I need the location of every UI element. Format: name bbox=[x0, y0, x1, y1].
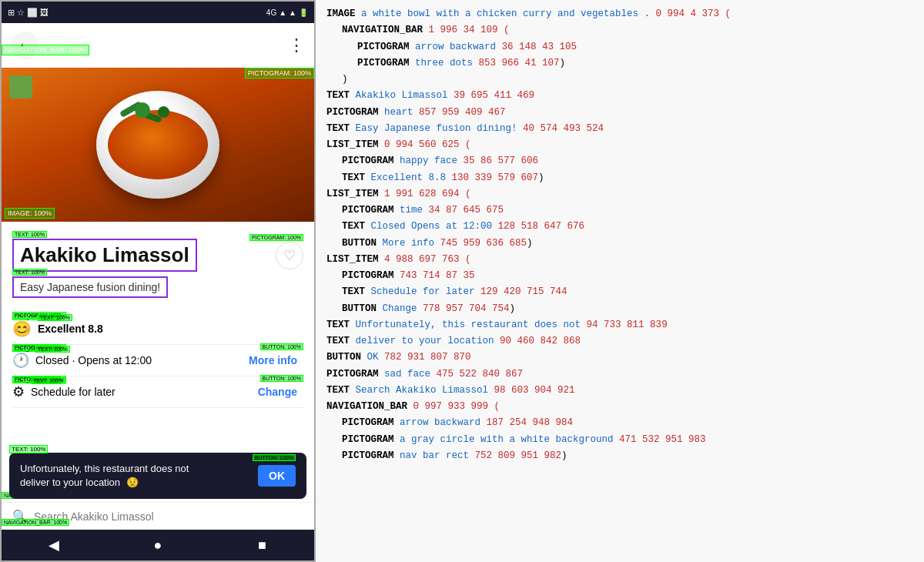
nav-home-icon: ● bbox=[154, 537, 162, 554]
nav-back-button[interactable]: ◀ bbox=[2, 530, 105, 560]
ann-text-unfortunately: TEXT Unfortunately, this restaurant does… bbox=[326, 317, 913, 333]
list-item-hours: LIST_ITEM: 100% PICTOGRAM: 100% 🕐 TEXT: … bbox=[12, 345, 303, 376]
ann-pictogram-sched: PICTOGRAM 743 714 87 35 bbox=[342, 268, 913, 284]
change-btn-label: BUTTON: 100% bbox=[260, 375, 303, 382]
toast-line1: Unfortunately, this restaurant does not bbox=[20, 463, 189, 474]
signal-icon: ▲ bbox=[279, 8, 286, 17]
icon-wrap-happy: PICTOGRAM: 100% 😊 bbox=[12, 319, 32, 338]
status-bar: ⊞ ☆ ⬜ 🖼 4G ▲ ▲ 🔋 bbox=[2, 2, 314, 23]
ann-text-tagline: TEXT Easy Japanese fusion dining! 40 574… bbox=[326, 121, 913, 137]
ann-list3: LIST_ITEM 4 988 697 763 ( bbox=[326, 252, 913, 268]
change-btn-wrap: BUTTON: 100% Change bbox=[252, 383, 303, 401]
restaurant-name: Akakiko Limassol bbox=[12, 239, 197, 272]
toast-line2: deliver to your location bbox=[20, 477, 120, 488]
annotation-panel: IMAGE a white bowl with a chicken curry … bbox=[316, 0, 924, 562]
more-info-btn-label: BUTTON: 100% bbox=[260, 343, 303, 350]
toast-notification: TEXT: 100% Unfortunately, this restauran… bbox=[9, 453, 306, 499]
list-item-schedule: LIST_ITEM: 100% PICTOGRAM: 100% ⚙ TEXT: … bbox=[12, 376, 303, 408]
ok-btn-wrapper: BUTTON: 100% OK bbox=[250, 465, 296, 487]
ann-pictogram-dots: PICTOGRAM three dots 853 966 41 107) bbox=[357, 55, 913, 72]
toast-label: TEXT: 100% bbox=[9, 445, 48, 453]
network-label: 4G bbox=[266, 8, 276, 17]
time-icon: 🕐 bbox=[12, 353, 29, 368]
nav-home-button[interactable]: ● bbox=[105, 530, 209, 560]
schedule-text: Schedule for later bbox=[31, 386, 116, 398]
ann-pictogram-circle: PICTOGRAM a gray circle with a white bac… bbox=[342, 432, 913, 448]
ann-pictogram-heart: PICTOGRAM heart 857 959 409 467 bbox=[326, 105, 913, 121]
ann-list2: LIST_ITEM 1 991 628 694 ( bbox=[326, 186, 913, 202]
name-section: TEXT: 100% Akakiko Limassol PICTOGRAM: 1… bbox=[12, 239, 303, 272]
ann-list1: LIST_ITEM 0 994 560 625 ( bbox=[326, 137, 913, 153]
nav-bar-label: NAVIGATION_BAR: 100% bbox=[2, 45, 89, 55]
more-info-btn-wrap: BUTTON: 100% More info bbox=[243, 351, 303, 370]
heart-button[interactable]: ♡ bbox=[276, 242, 303, 269]
ann-text-excellent: TEXT Excellent 8.8 130 339 579 607) bbox=[342, 170, 913, 186]
ann-pictogram-rect: PICTOGRAM nav bar rect 752 809 951 982) bbox=[342, 448, 913, 464]
ann-button-more: BUTTON More info 745 959 636 685) bbox=[342, 236, 913, 252]
nav-square-button[interactable]: ■ bbox=[210, 530, 314, 560]
text-wrap-rating: TEXT: 100% Excellent 8.8 bbox=[38, 322, 303, 336]
ann-text-name: TEXT Akakiko Limassol 39 695 411 469 bbox=[326, 88, 913, 104]
food-image: IMAGE: 100% PICTOGRAM: 100% bbox=[2, 68, 314, 222]
food-bowl bbox=[96, 91, 219, 199]
nav-square-icon: ■ bbox=[258, 537, 266, 554]
text-excellent-label: TEXT: 100% bbox=[38, 314, 72, 321]
text-schedule-label: TEXT: 100% bbox=[31, 377, 65, 384]
pictogram-detection-label: PICTOGRAM: 100% bbox=[245, 68, 314, 79]
ann-pictogram-sad: PICTOGRAM sad face 475 522 840 867 bbox=[326, 366, 913, 383]
three-dots-icon: ⋮ bbox=[288, 35, 305, 55]
ann-close1: ) bbox=[342, 72, 913, 88]
status-left: ⊞ ☆ ⬜ 🖼 bbox=[8, 8, 49, 18]
icon-wrap-time: PICTOGRAM: 100% 🕐 bbox=[12, 352, 29, 369]
ann-pictogram-happy: PICTOGRAM happy face 35 86 577 606 bbox=[342, 153, 913, 169]
rating-text: Excellent 8.8 bbox=[38, 323, 103, 335]
mobile-app: ⊞ ☆ ⬜ 🖼 4G ▲ ▲ 🔋 NAVIGATION_BAR: 100% ← … bbox=[0, 0, 316, 562]
list-item-rating: LIST_ITEM: 100% PICTOGRAM: 100% 😊 TEXT: … bbox=[12, 313, 303, 345]
schedule-icon: ⚙ bbox=[12, 384, 25, 400]
search-input[interactable] bbox=[34, 510, 303, 523]
ann-pictogram-back2: PICTOGRAM arrow backward 187 254 948 984 bbox=[342, 415, 913, 431]
ann-button-change: BUTTON Change 778 957 704 754) bbox=[342, 301, 913, 317]
toast-text: Unfortunately, this restaurant does not … bbox=[20, 462, 250, 490]
bottom-nav-label: NAVIGATION_BAR: 100% bbox=[2, 519, 69, 526]
restaurant-tagline: Easy Japanese fusion dining! bbox=[12, 276, 168, 298]
happy-face-icon: 😊 bbox=[12, 320, 32, 337]
ok-btn-label: BUTTON: 100% bbox=[253, 454, 296, 461]
text-wrap-hours: TEXT: 100% Closed · Opens at 12:00 bbox=[35, 353, 243, 367]
more-options-button[interactable]: ⋮ bbox=[288, 35, 305, 55]
text-name-label: TEXT: 100% bbox=[12, 231, 47, 238]
nav-back-icon: ◀ bbox=[49, 537, 59, 554]
pictogram-heart-label: PICTOGRAM: 100% bbox=[249, 234, 303, 241]
bottom-nav: NAVIGATION_BAR: 100% ◀ ● ■ bbox=[2, 530, 314, 560]
image-detection-label: IMAGE: 100% bbox=[5, 208, 55, 219]
change-button[interactable]: Change bbox=[252, 383, 303, 401]
text-tagline-label: TEXT: 100% bbox=[12, 269, 47, 276]
text-closed-label: TEXT: 100% bbox=[35, 346, 70, 353]
content-area: TEXT: 100% Akakiko Limassol PICTOGRAM: 1… bbox=[2, 222, 314, 408]
ann-text-closed: TEXT Closed Opens at 12:00 128 518 647 6… bbox=[342, 219, 913, 235]
heart-icon: ♡ bbox=[283, 247, 296, 264]
ann-text-search: TEXT Search Akakiko Limassol 98 603 904 … bbox=[326, 383, 913, 399]
status-icons: ⊞ ☆ ⬜ 🖼 bbox=[8, 8, 49, 18]
battery-icon: 🔋 bbox=[299, 8, 308, 17]
ann-image-line: IMAGE a white bowl with a chicken curry … bbox=[326, 6, 913, 22]
ann-pictogram-time: PICTOGRAM time 34 87 645 675 bbox=[342, 202, 913, 219]
text-wrap-schedule: TEXT: 100% Schedule for later bbox=[31, 385, 252, 399]
ann-nav2: NAVIGATION_BAR 0 997 933 999 ( bbox=[326, 399, 913, 415]
ann-text-deliver: TEXT deliver to your location 90 460 842… bbox=[326, 333, 913, 350]
ann-nav1-line: NAVIGATION_BAR 1 996 34 109 ( bbox=[342, 22, 913, 38]
wifi-icon: ▲ bbox=[289, 8, 296, 17]
sad-face-icon: 😟 bbox=[126, 477, 139, 488]
more-info-button[interactable]: More info bbox=[243, 351, 303, 370]
status-right: 4G ▲ ▲ 🔋 bbox=[266, 8, 308, 17]
ann-pictogram-back: PICTOGRAM arrow backward 36 148 43 105 bbox=[357, 39, 913, 55]
ok-button[interactable]: OK bbox=[258, 465, 296, 487]
ann-text-schedule: TEXT Schedule for later 129 420 715 744 bbox=[342, 284, 913, 300]
ann-button-ok: BUTTON OK 782 931 807 870 bbox=[326, 350, 913, 366]
hours-text: Closed · Opens at 12:00 bbox=[35, 354, 152, 366]
icon-wrap-schedule: PICTOGRAM: 100% ⚙ bbox=[12, 383, 25, 400]
